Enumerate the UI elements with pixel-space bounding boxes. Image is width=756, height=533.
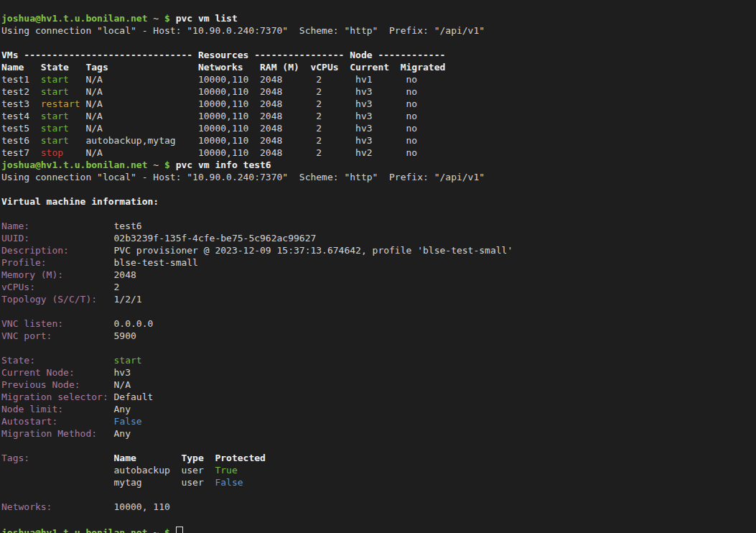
command-text: pvc vm list	[176, 13, 238, 24]
vm-row: test7 stop N/A 10000,110 2048 2 hv2 no	[1, 147, 756, 159]
info-label: Networks:	[1, 501, 52, 512]
info-line: VNC port: 5900	[1, 330, 756, 342]
info-pad	[29, 453, 113, 463]
vm-state: start	[41, 74, 69, 85]
info-label: Profile:	[1, 257, 47, 268]
vm-row: test1 start N/A 10000,110 2048 2 hv1 no	[1, 73, 756, 85]
vm-name: test2	[1, 86, 41, 97]
prompt-symbol: $	[164, 527, 176, 533]
connection-line: Using connection "local" - Host: "10.90.…	[1, 171, 756, 183]
vm-state: start	[41, 123, 69, 134]
command-text: pvc vm info test6	[176, 159, 271, 170]
vm-row: test4 start N/A 10000,110 2048 2 hv3 no	[1, 110, 756, 122]
prompt-cwd: ~	[148, 13, 164, 24]
vm-table-group-header-line: VMs ------------------------------ Resou…	[1, 49, 756, 61]
info-line: Name: test6	[1, 220, 756, 232]
section-title-line: Virtual machine information:	[1, 195, 756, 208]
blank-line	[1, 305, 756, 318]
blank-line	[1, 488, 756, 501]
info-line: VNC listen: 0.0.0.0	[1, 318, 756, 330]
blank-line	[1, 183, 756, 195]
blank-line	[1, 440, 756, 452]
prompt-symbol: $	[164, 159, 176, 170]
info-line: State: start	[1, 354, 756, 366]
info-line: Current Node: hv3	[1, 366, 756, 379]
vm-name: test6	[1, 135, 41, 146]
info-line: UUID: 02b3239f-135f-4cfe-be75-5c962ac996…	[1, 232, 756, 244]
vm-table-column-header: Name State Tags Networks RAM (M) vCPUs C…	[1, 62, 445, 73]
prompt-line: joshua@hv1.t.u.bonilan.net ~ $ pvc vm li…	[1, 12, 756, 24]
info-label: State:	[1, 355, 35, 366]
info-label: Current Node:	[1, 367, 75, 378]
info-line: Networks: 10000, 110	[1, 501, 756, 513]
vm-row: test3 restart N/A 10000,110 2048 2 hv3 n…	[1, 98, 756, 110]
info-pad	[57, 416, 113, 427]
vm-state: stop	[41, 147, 63, 158]
prompt-line: joshua@hv1.t.u.bonilan.net ~ $ pvc vm in…	[1, 159, 756, 171]
info-label: VNC port:	[1, 330, 52, 341]
info-line: Previous Node: N/A	[1, 379, 756, 391]
info-label: Migration Method:	[1, 428, 97, 439]
info-label: Memory (M):	[1, 269, 63, 280]
info-line: Memory (M): 2048	[1, 269, 756, 281]
vm-state: start	[41, 135, 69, 146]
info-line: Profile: blse-test-small	[1, 256, 756, 269]
vm-table-column-header-line: Name State Tags Networks RAM (M) vCPUs C…	[1, 61, 756, 73]
info-line: Topology (S/C/T): 1/2/1	[1, 293, 756, 305]
vm-row-details: N/A 10000,110 2048 2 hv3 no	[69, 123, 417, 134]
prompt-cwd: ~	[148, 159, 164, 170]
info-label: VNC listen:	[1, 318, 63, 329]
info-value: 1/2/1	[97, 294, 142, 305]
info-value: 02b3239f-135f-4cfe-be75-5c962ac99627	[29, 233, 316, 244]
vm-row: test2 start N/A 10000,110 2048 2 hv3 no	[1, 85, 756, 98]
info-value: 2	[35, 282, 119, 292]
info-value: blse-test-small	[47, 257, 198, 268]
prompt-symbol: $	[164, 13, 176, 24]
info-label: UUID:	[1, 233, 29, 244]
prompt-cwd: ~	[148, 527, 164, 533]
vm-state: restart	[41, 98, 80, 109]
section-title: Virtual machine information:	[1, 196, 159, 207]
prompt-line: joshua@hv1.t.u.bonilan.net ~ $	[1, 525, 756, 533]
info-line: Migration Method: Any	[1, 427, 756, 440]
info-value-autostart: False	[114, 416, 142, 427]
info-label: Tags:	[1, 453, 29, 463]
vm-row-details: N/A 10000,110 2048 2 hv2 no	[63, 147, 417, 158]
tags-table-header: Name Type Protected	[114, 453, 266, 463]
info-value: Default	[108, 391, 154, 402]
info-value: 5900	[52, 330, 136, 341]
tag-row: autobackup user True	[1, 464, 756, 476]
vm-name: test5	[1, 123, 41, 134]
info-label: Previous Node:	[1, 379, 80, 390]
info-value: Any	[97, 428, 131, 439]
vm-row-details: N/A 10000,110 2048 2 hv3 no	[69, 111, 417, 121]
vm-name: test1	[1, 74, 41, 85]
vm-row-details: N/A 10000,110 2048 2 hv3 no	[80, 98, 418, 109]
info-label: Topology (S/C/T):	[1, 294, 97, 305]
info-value: 0.0.0.0	[63, 318, 153, 329]
tag-protected: True	[215, 465, 237, 476]
info-label: Migration selector:	[1, 391, 108, 402]
terminal-cursor	[176, 527, 183, 533]
info-label: Autostart:	[1, 416, 57, 427]
info-label: vCPUs:	[1, 282, 35, 292]
vm-row-details: N/A 10000,110 2048 2 hv1 no	[69, 74, 417, 85]
terminal-screen[interactable]: joshua@hv1.t.u.bonilan.net ~ $ pvc vm li…	[0, 9, 756, 533]
info-label: Description:	[1, 245, 69, 256]
info-value: PVC provisioner @ 2023-12-09 15:37:13.67…	[69, 245, 513, 256]
info-line: Migration selector: Default	[1, 391, 756, 403]
vm-name: test7	[1, 147, 41, 158]
connection-line: Using connection "local" - Host: "10.90.…	[1, 24, 756, 37]
tag-name-type: autobackup user	[1, 465, 215, 476]
info-line: vCPUs: 2	[1, 281, 756, 293]
info-line: Node limit: Any	[1, 403, 756, 415]
prompt-user-host: joshua@hv1.t.u.bonilan.net	[1, 159, 148, 170]
vm-row: test6 start autobackup,mytag 10000,110 2…	[1, 134, 756, 147]
info-value: N/A	[80, 379, 131, 390]
vm-row-details: N/A 10000,110 2048 2 hv3 no	[69, 86, 417, 97]
connection-info: Using connection "local" - Host: "10.90.…	[1, 172, 485, 182]
vm-row-details: autobackup,mytag 10000,110 2048 2 hv3 no	[69, 135, 417, 146]
vm-table-group-header: VMs ------------------------------ Resou…	[1, 50, 445, 60]
prompt-user-host: joshua@hv1.t.u.bonilan.net	[1, 527, 148, 533]
info-pad	[35, 355, 114, 366]
